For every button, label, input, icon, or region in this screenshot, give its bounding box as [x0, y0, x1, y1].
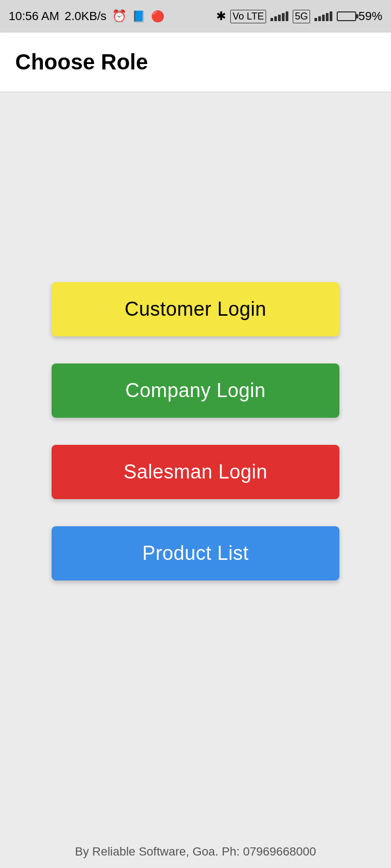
main-content: Customer Login Company Login Salesman Lo… [0, 92, 391, 835]
customer-login-button[interactable]: Customer Login [52, 282, 339, 336]
lte-badge: Vo LTE [230, 10, 266, 23]
time: 10:56 AM [9, 9, 59, 23]
company-login-button[interactable]: Company Login [52, 363, 339, 418]
status-right: ✱ Vo LTE 5G 59% [216, 9, 382, 23]
status-left: 10:56 AM 2.0KB/s ⏰ 📘 🔴 [9, 9, 165, 23]
battery-indicator: 59% [337, 9, 382, 23]
battery-percent: 59% [358, 9, 382, 23]
teams-icon: 📘 [132, 10, 146, 23]
footer-text: By Reliable Software, Goa. Ph: 079696680… [75, 845, 316, 859]
app-icon: 🔴 [151, 10, 165, 23]
page-title: Choose Role [15, 50, 148, 74]
bluetooth-icon: ✱ [216, 9, 226, 23]
buttons-container: Customer Login Company Login Salesman Lo… [52, 282, 339, 580]
app-bar: Choose Role [0, 33, 391, 92]
data-speed: 2.0KB/s [65, 9, 106, 23]
product-list-button[interactable]: Product List [52, 526, 339, 580]
5g-badge: 5G [293, 10, 310, 23]
signal-bars-1 [270, 11, 288, 21]
salesman-login-button[interactable]: Salesman Login [52, 445, 339, 499]
footer: By Reliable Software, Goa. Ph: 079696680… [0, 835, 391, 868]
alarm-icon: ⏰ [112, 9, 127, 23]
status-bar: 10:56 AM 2.0KB/s ⏰ 📘 🔴 ✱ Vo LTE 5G 59% [0, 0, 391, 33]
signal-bars-2 [314, 11, 332, 21]
